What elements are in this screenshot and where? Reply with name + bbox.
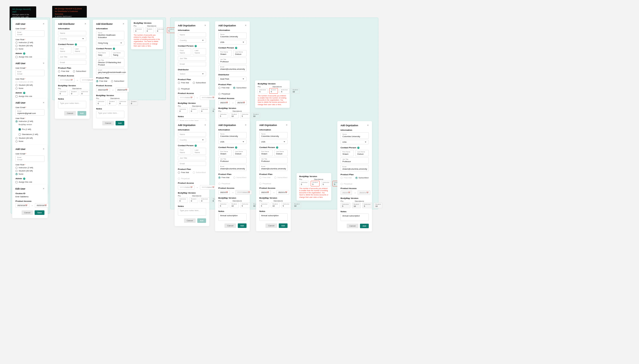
date-to[interactable]: YYYY/MM/DD [200,95,216,100]
notes-textarea[interactable]: Type your notes here... [58,101,86,108]
plan-subscribed[interactable]: Subscribed [355,177,369,179]
bmv-sa-instructor[interactable]: Instructor5 [240,113,250,118]
bmv-sa-instructor[interactable]: Instructor0 [155,27,165,33]
first-name-input[interactable]: First NameShawn [259,150,273,156]
job-title-input[interactable]: Job TitleProfessor [341,157,369,164]
bmv-pro-instructor[interactable]: Instructor0 [178,197,188,203]
last-name-input[interactable]: Last Name [193,148,206,155]
role-none[interactable]: None [15,173,44,175]
plan-perpetual[interactable]: Perpetual [178,88,190,90]
bmv-pro-student[interactable]: Student0 [108,100,116,105]
bmv-pro-student[interactable]: Student10 [230,202,239,208]
assign-role-check[interactable]: Assign this role [15,181,44,183]
date-to[interactable]: 2022/10/31 [116,88,129,92]
bmv-sa-instructor[interactable]: Instructor0 [80,90,90,96]
plan-subscribed[interactable]: Subscribed [73,70,86,72]
first-name-input[interactable]: First Name [178,148,191,155]
last-name-input[interactable]: Last NameDutson [233,50,247,56]
cancel-button[interactable]: Cancel [102,121,114,125]
date-from[interactable]: 2023/10/31 [15,203,29,208]
bmv-pro-instructor[interactable]: Instructor0 [134,27,144,33]
email-input[interactable]: Emailmylemin@gmail.com [15,109,44,116]
add-button[interactable]: Add [279,223,288,228]
close-icon[interactable]: × [286,124,288,126]
bmv-sa-instructor[interactable]: Instructor0 [118,100,128,105]
country-select[interactable]: Country [178,138,206,142]
info-icon[interactable]: ? [23,178,25,180]
bmv-pro-student[interactable]: Student0 [145,27,154,33]
bmv-pro-student[interactable]: Student10 [271,202,280,208]
first-name-input[interactable]: First NameShawn [218,150,232,156]
contact-email-input[interactable]: Email [178,62,206,66]
plan-free-trial[interactable]: Free trial [58,70,69,72]
contact-email-input[interactable]: Emailshawn@columbia.university [218,65,247,71]
date-to[interactable]: 2023/1/1 [235,100,247,105]
cancel-button[interactable]: Cancel [64,111,76,116]
plan-free-trial[interactable]: Free trial [96,80,107,82]
date-from[interactable]: 2022/1/1 [218,100,230,105]
last-name-input[interactable]: Last NameTsang [111,51,124,57]
date-from[interactable]: YYYY/MM/DD [178,185,194,190]
name-input[interactable]: Name [178,132,206,137]
name-input[interactable]: Name [58,31,86,35]
first-name-input[interactable]: First NameShawn [218,50,232,56]
job-title-input[interactable]: Job Title [58,55,86,59]
distributor-select[interactable]: Avail Park [218,77,247,81]
close-icon[interactable]: × [43,101,44,104]
name-input[interactable]: NameColumbia University [259,132,288,138]
contact-email-input[interactable]: Emailshawn@columbia.university [259,165,288,171]
bmv-sa-student[interactable]: Student0 [129,100,138,105]
name-input[interactable]: NameMedSim Healthcare Education [96,31,124,40]
info-icon[interactable]: ? [75,43,77,46]
plan-free-trial[interactable]: Free trial [178,81,189,84]
role-student[interactable]: Student (60 left) [15,44,44,47]
cancel-button[interactable]: Cancel [184,218,195,223]
notes-textarea[interactable]: Type your notes here... [178,208,206,216]
bmv-pro-instructor[interactable]: Instructor0 [178,108,188,113]
job-title-input[interactable]: Job TitleProfessor [259,157,288,163]
date-from[interactable]: 2022/1/1 [259,190,271,195]
close-icon[interactable]: × [367,124,369,127]
bmv-pro-student[interactable]: Student0 [189,197,198,203]
job-title-input[interactable]: Job Title [178,156,206,160]
first-name-input[interactable]: First Name [58,47,71,54]
bmv-pro-instructor[interactable]: Instructor5 [218,202,228,208]
bmv-standalone-check[interactable]: Standalone (1 left) [19,133,38,136]
date-to[interactable]: 2022/1/31 [276,190,289,195]
bmv-sa-instructor[interactable]: Instructor5 [281,202,291,208]
plan-free-trial[interactable]: Free trial [178,171,189,174]
plan-subscribed[interactable]: Subscribed [111,80,124,82]
date-from[interactable]: YYYY/MM/DD [178,95,194,100]
add-button[interactable]: Add [77,111,86,116]
role-none[interactable]: None [15,87,44,89]
close-icon[interactable]: × [43,22,44,25]
bmv-pro-instructor[interactable]: Instructor5 [258,88,268,94]
bmv-sa-student[interactable]: Student5 [167,27,176,33]
info-icon[interactable]: ? [235,47,237,49]
close-icon[interactable]: × [245,124,247,126]
plan-perpetual[interactable]: Perpetual [218,93,230,95]
last-name-input[interactable]: Last Name [73,47,86,54]
name-input[interactable]: NameColumbia University [218,132,247,138]
last-name-input[interactable]: Last NameDutson [274,150,288,156]
bmv-pro-instructor[interactable]: Instructor0 [96,100,106,105]
add-button[interactable]: Add [238,223,247,228]
bmv-pro-instructor[interactable]: Instructor5 [259,202,269,208]
bmv-pro-check[interactable]: Pro (1 left) [19,128,31,130]
contact-email-input[interactable]: Email [58,60,86,65]
role-none[interactable]: None [15,140,44,142]
contact-email-input[interactable]: Emailshawn@columbia.university [341,165,369,171]
role-student[interactable]: Student (60 left) [15,137,44,139]
info-icon[interactable]: ? [195,45,197,47]
bmv-sa-instructor[interactable]: Instructor0 [200,197,210,203]
info-icon[interactable]: ? [23,52,25,55]
date-from[interactable]: 2022/10/31 [96,88,110,92]
add-button[interactable]: Add [116,121,124,125]
role-none[interactable]: None [15,48,44,50]
last-name-input[interactable]: Last Name [193,48,206,55]
save-button[interactable]: Save [35,210,44,215]
first-name-input[interactable]: First NameShawn [341,150,354,156]
close-icon[interactable]: × [123,22,124,25]
date-from[interactable]: YYYY/MM/DD [58,78,75,82]
last-name-input[interactable]: Last NameDutson [355,150,369,156]
